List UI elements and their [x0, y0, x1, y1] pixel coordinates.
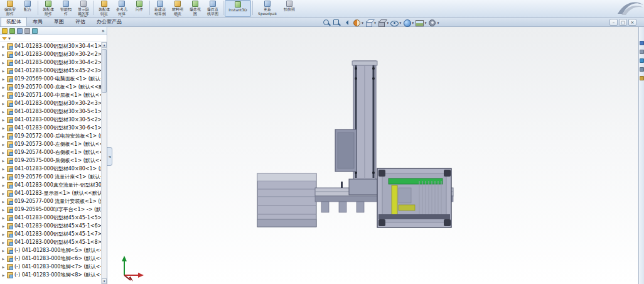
model-canvas[interactable]	[108, 27, 638, 284]
tree-item[interactable]: ▶019-20575-000-后侧板<1> (默认<<默认>_显示状态	[0, 156, 101, 165]
tree-item[interactable]: ▶019-20569-000-电脑面板<1> (默认<<默认>_显示状态	[0, 75, 101, 83]
headsup-group-previous-view[interactable]	[343, 19, 351, 27]
commandmanager-tab-4[interactable]: 办公室产品	[91, 17, 127, 26]
ribbon-button[interactable]: 参考几 何体▼	[113, 0, 131, 17]
tree-item[interactable]: ▶041-01283-000铝型材40×80<1> (默认<<默认>_显示	[0, 165, 101, 173]
ribbon-button[interactable]: 装配体 部件▼	[40, 0, 57, 17]
headsup-group-hide-show-items[interactable]: ▼	[390, 19, 401, 27]
snapshot-button[interactable]: 拍快照	[281, 0, 298, 17]
tree-item[interactable]: ▶041-01283-000铝型材30×30-4<1> (默认<<默认>_显示状…	[0, 42, 101, 50]
expand-arrow-icon[interactable]: ▶	[1, 257, 6, 261]
tree-item[interactable]: ▶041-01283-000真空流量计-铝型材30×30<1> (默认	[0, 181, 101, 189]
expand-arrow-icon[interactable]: ▶	[1, 118, 6, 122]
expand-arrow-icon[interactable]: ▶	[1, 183, 6, 187]
expand-arrow-icon[interactable]: ▶	[1, 265, 6, 269]
configurationmanager-tab-icon[interactable]	[17, 28, 23, 34]
tree-item[interactable]: ▶019-20595-000印字平台<1> -> (默认<<默认>_显示	[0, 205, 101, 214]
tree-item[interactable]: ▶019-20570-000-底板<1> (默认<<默认>_显示状态	[0, 83, 101, 91]
commandmanager-tab-3[interactable]: 评估	[70, 17, 91, 26]
design-library-tab-icon[interactable]	[640, 50, 644, 54]
commandmanager-tab-1[interactable]: 布局	[27, 17, 48, 26]
headsup-group-zoom-fit[interactable]	[323, 19, 331, 27]
expand-arrow-icon[interactable]: ▶	[1, 216, 6, 220]
tree-item[interactable]: ▶019-20571-000-中层板<1> (默认<<默认>_显示状态	[0, 91, 101, 99]
tree-item[interactable]: ▶(-) 041-01283-000地脚<5> (默认<<默认>_显示状态	[0, 246, 101, 254]
commandmanager-tab-2[interactable]: 草图	[48, 17, 70, 26]
expand-arrow-icon[interactable]: ▶	[1, 175, 6, 179]
tree-item[interactable]: ▶019-20576-000 流量计座<1> (默认<<默认>_显示状态	[0, 173, 101, 181]
resources-tab-icon[interactable]	[640, 41, 644, 45]
ribbon-button[interactable]: 爆炸视 图	[186, 0, 204, 17]
tree-item[interactable]: ▶019-20577-000 流量计安装板<1> (默认<<默认>_显	[0, 197, 101, 205]
tree-item[interactable]: ▶041-01283-000铝型材30×30-4<2> (默认<<默认>_显示状…	[0, 58, 101, 67]
filter-caret-icon[interactable]: ▼	[8, 36, 11, 40]
expand-arrow-icon[interactable]: ▶	[1, 85, 6, 89]
view-palette-tab-icon[interactable]	[640, 67, 644, 72]
expand-arrow-icon[interactable]: ▶	[1, 61, 6, 65]
headsup-group-section-view[interactable]: ▼	[353, 19, 363, 27]
tree-item[interactable]: ▶041-01283-000铝型材45×45-1<8> (默认<<默认>_显	[0, 238, 101, 246]
tree-item[interactable]: ▶041-01283-000铝型材45×45-1<6> (默认<<默认>_显	[0, 222, 101, 230]
expand-arrow-icon[interactable]: ▶	[1, 208, 6, 212]
tree-item[interactable]: ▶041-01283-000铝型材45×45-2<3> (默认<<默认>_显示状…	[0, 67, 101, 75]
headsup-group-edit-appearance[interactable]: ▼	[403, 19, 414, 27]
ribbon-button[interactable]: 配合	[19, 0, 36, 17]
headsup-group-apply-scene[interactable]: ▼	[416, 19, 426, 27]
expand-arrow-icon[interactable]: ▶	[1, 273, 6, 277]
restore-button[interactable]: □	[619, 19, 627, 26]
expand-arrow-icon[interactable]: ▶	[1, 45, 6, 48]
headsup-group-zoom-area[interactable]	[333, 19, 341, 27]
instant3d-button[interactable]: Instant3D	[225, 0, 251, 17]
tree-item[interactable]: ▶041-01283-显示器<1> (默认<<默认>_显示状态 1>)	[0, 189, 101, 197]
tree-item[interactable]: ▶041-01283-000铝型材30×30-5<1> (默认<<默认>_显示状…	[0, 107, 101, 116]
ribbon-button[interactable]: 材料明 细表▼	[169, 0, 186, 17]
tree-item[interactable]: ▶019-20572-000-后电控安装板<1> (默认<<默认>_显示	[0, 132, 101, 140]
propertymanager-tab-icon[interactable]	[9, 28, 15, 34]
filter-funnel-icon[interactable]	[2, 37, 7, 40]
tree-item[interactable]: ▶041-01283-000铝型材30×30-2<2> (默认<<默认>_显示状…	[0, 50, 101, 58]
commandmanager-tab-0[interactable]: 装配体	[1, 17, 27, 26]
minimize-button[interactable]: –	[609, 19, 618, 26]
featuremanager-tab-icon[interactable]	[2, 28, 8, 34]
tree-item[interactable]: ▶041-01283-000铝型材30×30-6<1> (默认<<默认>_显示状…	[0, 124, 101, 132]
expand-arrow-icon[interactable]: ▶	[1, 102, 6, 106]
expand-arrow-icon[interactable]: ▶	[1, 200, 6, 204]
dimxpertmanager-tab-icon[interactable]	[24, 28, 30, 34]
expand-arrow-icon[interactable]: ▶	[1, 241, 6, 244]
tree-item[interactable]: ▶041-01283-000铝型材45×45-1<7> (默认<<默认>_显	[0, 230, 101, 238]
expand-arrow-icon[interactable]: ▶	[1, 53, 6, 57]
file-explorer-tab-icon[interactable]	[640, 58, 644, 63]
expand-arrow-icon[interactable]: ▶	[1, 249, 6, 253]
expand-arrow-icon[interactable]: ▶	[1, 192, 6, 195]
expand-arrow-icon[interactable]: ▶	[1, 143, 6, 146]
expand-arrow-icon[interactable]: ▶	[1, 69, 6, 73]
tree-item[interactable]: ▶041-01283-000铝型材30×30-5<2> (默认<<默认>_显示状…	[0, 116, 101, 124]
ribbon-button[interactable]: 编辑零 部件	[1, 0, 19, 17]
tree-item[interactable]: ▶019-20574-000-右侧板<1> (默认<<默认>_显示状态	[0, 148, 101, 156]
tree-item[interactable]: ▶(-) 041-01283-000地脚<6> (默认<<默认>_显示状态	[0, 254, 101, 263]
tree-item[interactable]: ▶(-) 041-01283-000地脚<7> (默认<<默认>_显示状态	[0, 263, 101, 271]
scrollbar-thumb[interactable]	[102, 49, 107, 93]
tree-item[interactable]: ▶(-) 041-01283-000地脚<8> (默认<<默认>_显示状态	[0, 271, 101, 279]
expand-arrow-icon[interactable]: ▶	[1, 224, 6, 228]
ribbon-button[interactable]: 问件	[131, 0, 148, 17]
expand-arrow-icon[interactable]: ▶	[1, 167, 6, 171]
tree-item[interactable]: ▶041-01283-000铝型材45×45-1<5> (默认<<默认>_显	[0, 214, 101, 222]
panel-collapse-handle[interactable]: ◄	[107, 147, 112, 166]
ribbon-button[interactable]: 爆炸直 线草图	[204, 0, 222, 17]
headsup-group-view-orientation[interactable]: ▼	[365, 19, 376, 27]
panel-overflow-chevron[interactable]: »	[102, 28, 105, 35]
expand-arrow-icon[interactable]: ▶	[1, 134, 6, 138]
scroll-down-arrow-icon[interactable]: ▼	[102, 278, 107, 284]
ribbon-button[interactable]: 显示隐 藏的零 部件	[75, 0, 92, 17]
update-speedpak-button[interactable]: 更新 Speedpak	[254, 0, 281, 17]
expand-arrow-icon[interactable]: ▶	[1, 126, 6, 130]
expand-arrow-icon[interactable]: ▶	[1, 232, 6, 236]
expand-arrow-icon[interactable]: ▶	[1, 159, 6, 163]
graphics-area[interactable]	[108, 27, 638, 284]
headsup-group-view-settings[interactable]: ▼	[428, 19, 439, 27]
ribbon-button[interactable]: 智能扣 件	[57, 0, 75, 17]
headsup-group-display-style[interactable]: ▼	[378, 19, 389, 27]
tree-scrollbar[interactable]: ▲ ▼	[101, 42, 107, 284]
expand-arrow-icon[interactable]: ▶	[1, 110, 6, 114]
